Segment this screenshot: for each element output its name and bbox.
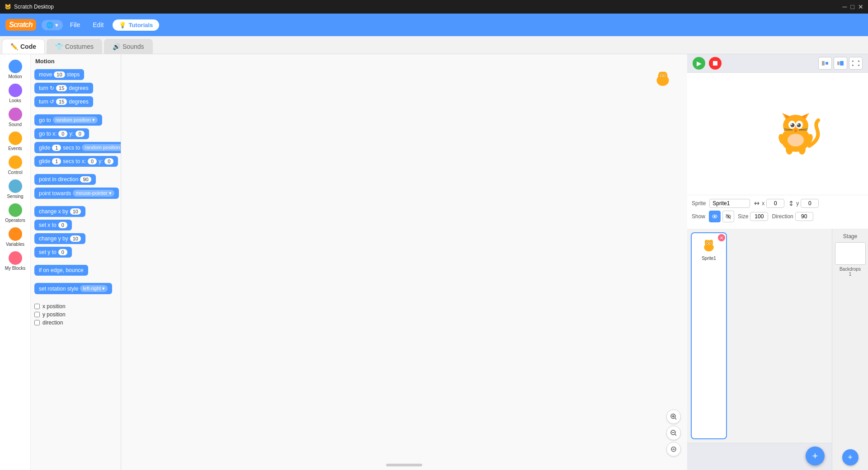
category-myblocks[interactable]: My Blocks — [1, 249, 29, 273]
green-flag-button[interactable]: ▶ — [693, 57, 705, 70]
svg-line-11 — [675, 418, 676, 419]
code-icon: ✏️ — [10, 43, 18, 50]
size-field: Size — [738, 212, 768, 221]
category-events[interactable]: Events — [1, 130, 29, 153]
window-controls: ─ □ ✕ — [843, 3, 863, 10]
small-stage-icon — [821, 61, 829, 66]
normal-stage-button[interactable] — [834, 57, 847, 70]
close-button[interactable]: ✕ — [858, 3, 863, 10]
globe-button[interactable]: 🌐 ▾ — [42, 20, 63, 30]
block-point-towards[interactable]: point towards mouse-pointer ▾ — [34, 188, 119, 199]
zoom-reset-button[interactable] — [666, 442, 681, 456]
file-menu[interactable]: File — [65, 19, 86, 31]
minimize-button[interactable]: ─ — [843, 3, 847, 10]
svg-rect-22 — [840, 61, 844, 66]
right-area: ▶ — [687, 54, 868, 470]
sprite-list: ✕ — [687, 229, 832, 443]
costumes-icon: 👕 — [55, 43, 63, 50]
category-motion[interactable]: Motion — [1, 58, 29, 81]
category-variables[interactable]: Variables — [1, 226, 29, 249]
stage-controls: ▶ — [687, 54, 868, 73]
svg-point-46 — [714, 216, 716, 217]
blocks-header: Motion — [34, 58, 117, 65]
edit-menu[interactable]: Edit — [87, 19, 109, 31]
stage-view-buttons — [818, 57, 863, 70]
sprite-name-input[interactable] — [709, 199, 750, 208]
block-set-x[interactable]: set x to 0 — [34, 220, 72, 230]
svg-rect-18 — [713, 61, 717, 66]
size-input[interactable] — [750, 212, 768, 221]
block-bounce[interactable]: if on edge, bounce — [34, 265, 88, 276]
checkbox-dir-input[interactable] — [34, 320, 40, 325]
sprite-card-sprite1[interactable]: ✕ — [691, 232, 727, 439]
direction-input[interactable] — [795, 212, 813, 221]
small-stage-button[interactable] — [818, 57, 832, 70]
svg-rect-19 — [822, 61, 825, 66]
y-input[interactable] — [801, 199, 819, 208]
show-hidden-button[interactable] — [722, 211, 734, 222]
checkbox-x-input[interactable] — [34, 304, 40, 309]
svg-point-44 — [788, 134, 804, 146]
block-point-dir[interactable]: point in direction 90 — [34, 174, 96, 185]
stage-thumbnail[interactable] — [835, 242, 866, 265]
zoom-in-button[interactable] — [666, 409, 681, 424]
size-label: Size — [738, 213, 748, 220]
category-sound[interactable]: Sound — [1, 106, 29, 129]
block-rotation-style[interactable]: set rotation style left-right ▾ — [34, 283, 112, 294]
canvas-scrollbar[interactable] — [386, 464, 422, 466]
tab-costumes[interactable]: 👕 Costumes — [47, 39, 102, 54]
tutorials-button[interactable]: 💡 Tutorials — [113, 19, 159, 31]
block-move[interactable]: move 10 steps — [34, 69, 84, 80]
checkbox-direction: direction — [34, 320, 117, 326]
show-label: Show — [692, 213, 705, 220]
stage-section: Stage Backdrops 1 + — [832, 229, 868, 470]
sprite-props: Sprite x y Show — [687, 195, 868, 229]
add-sprite-button[interactable]: + — [806, 446, 825, 465]
svg-point-32 — [797, 123, 801, 127]
eye-icon — [712, 213, 718, 220]
globe-icon: 🌐 — [46, 22, 53, 28]
mini-sprite-svg — [649, 64, 676, 91]
stop-button[interactable] — [709, 57, 722, 70]
svg-point-34 — [797, 124, 799, 125]
block-goto[interactable]: go to random position ▾ — [34, 114, 102, 126]
block-turn-cw[interactable]: turn ↻ 15 degrees — [34, 83, 93, 94]
svg-point-33 — [791, 124, 793, 125]
block-glide-to[interactable]: glide 1 secs to random position ▾ — [34, 142, 121, 153]
stage-cat-svg — [750, 94, 841, 166]
block-glide-xy[interactable]: glide 1 secs to x: 0 y: 0 — [34, 156, 118, 167]
scratch-logo[interactable]: Scratch — [5, 19, 36, 31]
zoom-controls — [666, 409, 681, 456]
backdrops-count: 1 — [849, 272, 852, 277]
block-change-x[interactable]: change x by 10 — [34, 206, 85, 217]
category-control[interactable]: Control — [1, 154, 29, 177]
category-looks[interactable]: Looks — [1, 82, 29, 105]
sprite-delete-button[interactable]: ✕ — [718, 234, 725, 241]
show-visible-button[interactable] — [709, 211, 721, 222]
add-backdrop-button[interactable]: + — [842, 449, 859, 465]
zoom-out-button[interactable] — [666, 426, 681, 440]
stop-icon — [712, 60, 718, 66]
svg-rect-20 — [826, 62, 828, 65]
fullscreen-button[interactable] — [849, 57, 863, 70]
tab-sounds[interactable]: 🔊 Sounds — [104, 39, 152, 54]
sprite-section: ✕ — [687, 229, 832, 470]
canvas-inner — [121, 54, 687, 470]
tab-code[interactable]: ✏️ Code — [2, 39, 45, 54]
category-operators[interactable]: Operators — [1, 202, 29, 225]
x-label: x — [762, 200, 764, 207]
code-canvas[interactable] — [121, 54, 687, 470]
checkbox-y-input[interactable] — [34, 312, 40, 317]
x-field: x — [754, 199, 784, 208]
svg-rect-21 — [837, 61, 840, 65]
category-sensing[interactable]: Sensing — [1, 178, 29, 201]
block-change-y[interactable]: change y by 10 — [34, 233, 85, 244]
block-goto-xy[interactable]: go to x: 0 y: 0 — [34, 128, 89, 139]
block-turn-ccw[interactable]: turn ↺ 15 degrees — [34, 96, 93, 107]
block-set-y[interactable]: set y to 0 — [34, 247, 72, 258]
stage-panel-title: Stage — [843, 233, 857, 240]
sprite-stage-row: ✕ — [687, 229, 868, 470]
svg-point-6 — [661, 75, 662, 76]
x-input[interactable] — [766, 199, 784, 208]
restore-button[interactable]: □ — [851, 3, 854, 10]
